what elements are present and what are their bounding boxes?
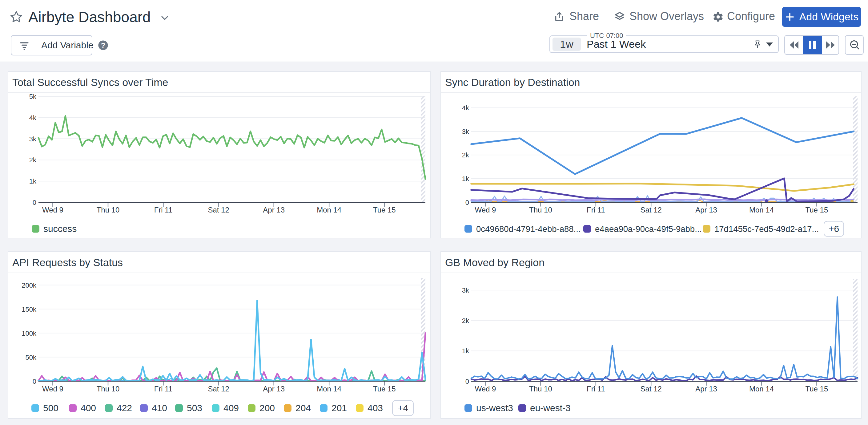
svg-text:Sat 12: Sat 12 [641,206,662,214]
svg-text:Tue 15: Tue 15 [805,385,828,393]
svg-text:Mon 14: Mon 14 [749,385,774,393]
svg-text:0: 0 [465,199,469,206]
svg-text:Thu 10: Thu 10 [97,385,120,393]
svg-text:500: 500 [43,403,59,413]
svg-text:410: 410 [152,403,167,413]
svg-text:150k: 150k [22,305,37,313]
svg-text:Fri 11: Fri 11 [154,206,173,214]
svg-text:100k: 100k [22,330,37,337]
svg-text:4k: 4k [29,114,37,122]
svg-text:Tue 15: Tue 15 [373,206,396,214]
svg-text:503: 503 [187,403,202,413]
svg-text:Sat 12: Sat 12 [208,206,229,214]
svg-text:2k: 2k [462,151,469,159]
svg-text:17d1455c-7ed5-49d2-a17...: 17d1455c-7ed5-49d2-a17... [714,224,819,234]
svg-text:Mon 14: Mon 14 [749,206,774,214]
svg-text:+6: +6 [829,223,839,234]
svg-text:3k: 3k [462,128,469,135]
svg-text:Thu 10: Thu 10 [97,206,120,214]
svg-text:Mon 14: Mon 14 [317,206,341,214]
svg-text:Tue 15: Tue 15 [805,206,828,214]
svg-text:5k: 5k [29,93,37,100]
svg-text:201: 201 [332,403,347,413]
svg-text:204: 204 [296,403,311,413]
svg-text:2k: 2k [29,156,37,164]
svg-text:409: 409 [223,403,239,413]
svg-text:4k: 4k [462,104,469,112]
svg-text:us-west3: us-west3 [476,403,513,413]
svg-text:0: 0 [33,199,36,206]
svg-text:Mon 14: Mon 14 [317,385,341,393]
svg-text:Wed 9: Wed 9 [42,385,63,393]
svg-text:eu-west-3: eu-west-3 [530,403,571,413]
svg-text:e4aea90a-90ca-49f5-9abb...: e4aea90a-90ca-49f5-9abb... [595,224,702,234]
svg-text:1k: 1k [29,177,37,185]
svg-text:Fri 11: Fri 11 [587,385,605,393]
svg-text:Tue 15: Tue 15 [373,385,396,393]
svg-text:422: 422 [117,403,132,413]
svg-text:Apr 13: Apr 13 [695,385,717,393]
svg-text:Wed 9: Wed 9 [475,385,496,393]
svg-text:Thu 10: Thu 10 [529,206,552,214]
svg-text:403: 403 [368,403,383,413]
svg-text:1k: 1k [462,175,469,183]
svg-text:Apr 13: Apr 13 [263,206,285,214]
svg-text:Sat 12: Sat 12 [641,385,662,393]
svg-text:0: 0 [465,377,469,385]
svg-text:Wed 9: Wed 9 [475,206,496,214]
svg-text:200: 200 [259,403,275,413]
svg-text:?: ? [101,41,105,50]
svg-text:0c49680d-4791-4ebb-a88...: 0c49680d-4791-4ebb-a88... [476,224,581,234]
svg-text:200k: 200k [22,281,37,289]
svg-text:Wed 9: Wed 9 [42,206,63,214]
svg-text:Fri 11: Fri 11 [587,206,605,214]
svg-text:Sat 12: Sat 12 [208,385,229,393]
svg-text:Apr 13: Apr 13 [263,385,285,393]
svg-text:0: 0 [33,377,36,385]
svg-text:50k: 50k [26,354,37,361]
svg-text:Fri 11: Fri 11 [154,385,173,393]
svg-text:3k: 3k [29,135,37,143]
svg-text:3k: 3k [462,286,469,294]
svg-text:success: success [43,223,76,234]
svg-text:+4: +4 [398,403,408,413]
svg-text:400: 400 [81,403,96,413]
svg-text:1k: 1k [462,347,469,355]
svg-text:Thu 10: Thu 10 [529,385,552,393]
svg-text:2k: 2k [462,317,469,325]
svg-text:Apr 13: Apr 13 [695,206,717,214]
